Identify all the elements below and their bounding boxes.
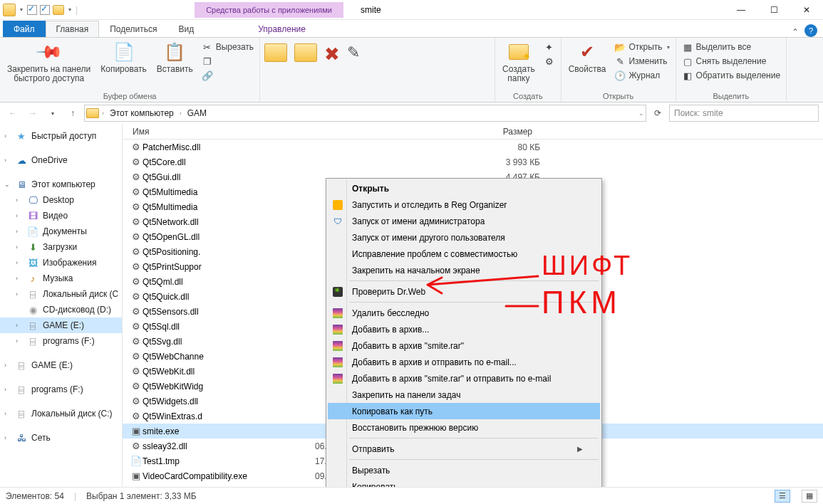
paste-icon: 📋 [163, 41, 186, 63]
ctx-add-rar[interactable]: Добавить в архив "smite.rar" [328, 337, 600, 354]
ctx-add-archive[interactable]: Добавить в архив... [328, 321, 600, 337]
folder-icon [3, 4, 16, 16]
ctx-drweb[interactable]: Проверить Dr.Web [328, 283, 600, 300]
nav-programs-f[interactable]: ›⌸programs (F:) [0, 333, 122, 349]
collapse-ribbon-icon[interactable]: ⌃ [786, 27, 804, 37]
edit-button[interactable]: ✎Изменить [613, 55, 671, 68]
nav-desktop[interactable]: ›🖵Desktop [0, 192, 122, 208]
recent-dropdown[interactable]: ▾ [44, 105, 61, 122]
delete-icon[interactable]: ✖ [324, 43, 340, 65]
select-all-button[interactable]: ▦Выделить все [680, 41, 782, 53]
nav-music[interactable]: ›♪Музыка [0, 271, 122, 286]
file-name: Qt5Multimedia [143, 187, 315, 197]
file-icon: ⚙ [130, 366, 143, 377]
nav-programs-f-2[interactable]: ›⌸programs (F:) [0, 382, 122, 397]
nav-game-e-2[interactable]: ›⌸GAME (E:) [0, 357, 122, 373]
breadcrumb[interactable]: Этот компьютер [107, 108, 177, 118]
desktop-icon: 🖵 [27, 194, 38, 206]
status-bar: Элементов: 54 | Выбран 1 элемент: 3,33 М… [0, 487, 823, 504]
tab-home[interactable]: Главная [46, 21, 100, 37]
nav-local-c[interactable]: ›⌸Локальный диск (C [0, 286, 122, 302]
copyto-icon[interactable] [294, 43, 317, 62]
address-bar[interactable]: › Этот компьютер › GAM ⌄ [84, 105, 646, 122]
ctx-send-to[interactable]: Отправить▶ [328, 441, 600, 457]
details-view-button[interactable]: ☰ [775, 490, 790, 503]
paste-shortcut-button[interactable]: 🔗 [200, 69, 255, 82]
ctx-shred[interactable]: Удалить бесследно [328, 305, 600, 321]
new-item-button[interactable]: ✦ [542, 41, 557, 53]
chevron-down-icon[interactable]: ⌄ [638, 110, 644, 117]
file-row[interactable]: ⚙Qt5Core.dll3 993 КБ [123, 154, 823, 169]
ctx-add-rar-email[interactable]: Добавить в архив "smite.rar" и отправить… [328, 370, 600, 387]
nav-cd[interactable]: ◉CD-дисковод (D:) [0, 302, 122, 317]
help-icon[interactable]: ? [804, 24, 817, 37]
breadcrumb[interactable]: GAM [185, 108, 209, 118]
new-folder-button[interactable]: ✦ Создать папку [500, 39, 538, 85]
file-row[interactable]: ⚙PatcherMisc.dll80 КБ [123, 140, 823, 154]
qat-dropdown-icon[interactable]: ▾ [19, 6, 24, 13]
paste-button[interactable]: 📋 Вставить [154, 39, 196, 75]
invert-selection-button[interactable]: ◧Обратить выделение [680, 69, 782, 82]
nav-network[interactable]: ›🖧Сеть [0, 430, 122, 446]
icons-view-button[interactable]: ▦ [802, 490, 817, 503]
nav-downloads[interactable]: ›⬇Загрузки [0, 239, 122, 255]
tab-share[interactable]: Поделиться [99, 21, 167, 37]
ctx-copy[interactable]: Копировать [328, 478, 600, 487]
properties-button[interactable]: ✔ Свойства [566, 39, 609, 75]
history-button[interactable]: 🕑Журнал [613, 69, 671, 82]
ctx-compat[interactable]: Исправление проблем с совместимостью [328, 246, 600, 262]
file-name: Qt5PrintSuppor [143, 262, 315, 272]
nav-pictures[interactable]: ›🖼Изображения [0, 255, 122, 271]
ctx-run-as-user[interactable]: Запуск от имени другого пользователя [328, 229, 600, 246]
ctx-add-email[interactable]: Добавить в архив и отправить по e-mail..… [328, 354, 600, 370]
qat-check-2[interactable] [40, 5, 50, 15]
ctx-pin-taskbar[interactable]: Закрепить на панели задач [328, 387, 600, 403]
nav-game-e[interactable]: ›⌸GAME (E:) [0, 317, 122, 333]
nav-onedrive[interactable]: ›☁OneDrive [0, 152, 122, 168]
ctx-reg-organizer[interactable]: Запустить и отследить в Reg Organizer [328, 196, 600, 213]
col-name[interactable]: Имя [123, 127, 308, 137]
up-button[interactable]: ↑ [64, 105, 81, 122]
nav-video[interactable]: ›🎞Видео [0, 208, 122, 224]
nav-quick-access[interactable]: ›★Быстрый доступ [0, 128, 122, 144]
maximize-button[interactable]: ☐ [757, 0, 790, 20]
qat-dropdown-icon[interactable]: ▾ [67, 6, 73, 13]
ctx-open[interactable]: Открыть [328, 180, 600, 196]
path-icon: ❐ [202, 56, 213, 67]
ctx-cut[interactable]: Вырезать [328, 462, 600, 478]
nav-documents[interactable]: ›📄Документы [0, 224, 122, 239]
back-button[interactable]: ← [4, 105, 21, 122]
chevron-right-icon[interactable]: › [102, 110, 104, 117]
file-icon: ⚙ [130, 201, 143, 212]
nav-this-pc[interactable]: ⌄🖥Этот компьютер [0, 177, 122, 192]
moveto-icon[interactable] [264, 43, 287, 62]
link-icon: 🔗 [202, 70, 213, 81]
ctx-restore-version[interactable]: Восстановить прежнюю версию [328, 419, 600, 436]
pin-quickaccess-button[interactable]: 📌 Закрепить на панели быстрого доступа [4, 39, 93, 85]
file-name: Qt5Quick.dll [143, 292, 315, 302]
nav-local-c-2[interactable]: ›⌸Локальный диск (C:) [0, 406, 122, 421]
qat-check-1[interactable] [27, 5, 37, 15]
refresh-button[interactable]: ⟳ [649, 105, 666, 122]
close-button[interactable]: ✕ [790, 0, 823, 20]
forward-button[interactable]: → [24, 105, 41, 122]
minimize-button[interactable]: — [725, 0, 757, 20]
ctx-pin-start[interactable]: Закрепить на начальном экране [328, 262, 600, 278]
open-button[interactable]: 📂Открыть▾ [613, 41, 671, 53]
select-none-button[interactable]: ▢Снять выделение [680, 55, 782, 68]
col-size[interactable]: Размер [480, 127, 537, 137]
cut-button[interactable]: ✂Вырезать [200, 41, 255, 53]
copy-path-button[interactable]: ❐ [200, 55, 255, 68]
copy-button[interactable]: 📄 Копировать [98, 39, 150, 75]
easy-access-button[interactable]: ⚙ [542, 55, 557, 68]
rename-icon[interactable]: ✎ [347, 43, 360, 62]
tab-file[interactable]: Файл [3, 21, 46, 37]
label: Создать папку [502, 65, 535, 83]
tab-view[interactable]: Вид [167, 21, 205, 37]
scissors-icon: ✂ [202, 41, 213, 53]
ctx-copy-as-path[interactable]: Копировать как путь [328, 403, 600, 419]
search-input[interactable]: Поиск: smite [669, 105, 819, 122]
chevron-right-icon[interactable]: › [180, 110, 182, 117]
tab-manage[interactable]: Управление [247, 21, 316, 37]
ctx-run-as-admin[interactable]: 🛡Запуск от имени администратора [328, 213, 600, 229]
